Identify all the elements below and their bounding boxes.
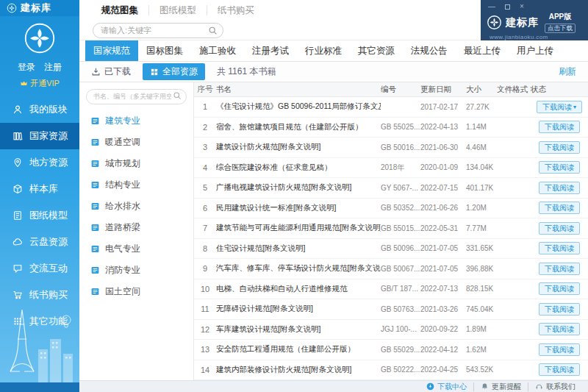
- category-icon: [90, 244, 100, 254]
- top-tab[interactable]: 规范图集: [91, 5, 148, 15]
- update-date: 2022-05-31: [420, 224, 466, 232]
- category-item[interactable]: 国土空间: [79, 281, 193, 302]
- table-row[interactable]: 3 建筑设计防火规范[附条文说明] GB 50016... 2021-06-30…: [194, 138, 588, 158]
- maximize-button[interactable]: [505, 4, 510, 10]
- register-link[interactable]: 注册: [44, 61, 62, 74]
- table-row[interactable]: 11 无障碍设计规范[附条文说明] GB 50763... 2021-03-26…: [194, 299, 588, 320]
- download-read-button[interactable]: 下载阅读: [539, 161, 580, 174]
- resource-tab[interactable]: 国标图集: [138, 40, 191, 61]
- vip-button[interactable]: 开通VIP: [0, 78, 79, 89]
- column-header-format: 文件格式: [497, 85, 531, 95]
- sidebar-item[interactable]: 地方资源: [0, 149, 79, 176]
- search-input[interactable]: [93, 23, 223, 38]
- top-tab[interactable]: 图纸模型: [148, 5, 207, 15]
- resource-tab[interactable]: 行业标准: [297, 40, 350, 61]
- file-size: 1.62M: [466, 346, 497, 354]
- table-row[interactable]: 6 民用建筑设计统一标准[附条文说明] GB 50352... 2021-06-…: [194, 199, 588, 219]
- category-item[interactable]: 城市规划: [79, 153, 193, 174]
- book-code: GB 50222...: [381, 366, 420, 374]
- resource-tab[interactable]: 施工验收: [191, 40, 244, 61]
- category-icon: [90, 287, 100, 296]
- download-read-button[interactable]: 下载阅读: [539, 242, 580, 254]
- category-icon: [90, 138, 100, 147]
- sidebar-item[interactable]: 样本库: [0, 176, 79, 202]
- table-row[interactable]: 4 综合医院建设标准（征求意见稿） 2018年 2020-01-09 134.0…: [194, 158, 588, 179]
- category-item[interactable]: 道路桥梁: [79, 217, 193, 238]
- download-read-button[interactable]: 下载阅读: [539, 343, 580, 356]
- top-tab-bar: 规范图集 图纸模型 纸书购买: [91, 0, 265, 21]
- category-label: 城市规划: [105, 157, 140, 170]
- row-number: 4: [194, 163, 216, 172]
- category-item[interactable]: 建筑专业: [79, 110, 193, 132]
- table-row[interactable]: 13 安全防范工程通用规范（住建部公开版） GB 55029... 2022-0…: [194, 340, 588, 360]
- sidebar-item[interactable]: 云盘资源: [0, 229, 79, 255]
- file-size: 1.89M: [466, 325, 497, 333]
- footer-link[interactable]: 联系我们: [528, 382, 582, 391]
- download-read-button[interactable]: 下载阅读: [539, 263, 580, 275]
- resource-tab[interactable]: 其它资源: [350, 40, 403, 61]
- search-icon[interactable]: [208, 26, 218, 35]
- table-row[interactable]: 7 建筑节能与可再生能源利用通用规范[附条文说明] GB 55015... 20…: [194, 218, 588, 239]
- download-read-button[interactable]: 下载阅读: [539, 182, 580, 194]
- sidebar-item[interactable]: 交流互动: [0, 255, 79, 282]
- login-link[interactable]: 登录: [18, 61, 35, 74]
- download-read-button[interactable]: 下载阅读: [539, 303, 580, 316]
- category-icon: [90, 202, 100, 211]
- table-row[interactable]: 8 住宅设计规范[附条文说明] GB 50096... 2021-07-05 3…: [194, 239, 588, 260]
- sidebar-item[interactable]: 其它功能: [0, 308, 79, 335]
- category-item[interactable]: 给水排水: [79, 196, 193, 217]
- top-tab[interactable]: 纸书购买: [207, 5, 265, 15]
- download-read-button[interactable]: 下载阅读: [539, 202, 580, 214]
- download-read-button[interactable]: 下载阅读: [539, 141, 580, 154]
- update-date: 2022-04-13: [420, 123, 466, 131]
- category-label: 消防专业: [105, 264, 140, 277]
- download-read-button[interactable]: 下载阅读 ▾: [537, 101, 582, 113]
- row-number: 9: [194, 264, 216, 273]
- cloud-icon: [12, 237, 23, 247]
- resource-tab[interactable]: 最近上传: [456, 40, 509, 61]
- download-read-button[interactable]: 下载阅读: [539, 222, 580, 235]
- emblem-icon: [24, 22, 56, 54]
- book-code: GB 50763...: [381, 305, 420, 313]
- all-resources-button[interactable]: 全部资源: [143, 63, 205, 80]
- sidebar-item[interactable]: 图纸模型: [0, 202, 79, 229]
- sidebar-item[interactable]: 国家资源: [0, 123, 79, 149]
- download-read-button[interactable]: 下载阅读: [539, 282, 580, 295]
- refresh-button[interactable]: 刷新: [559, 65, 576, 78]
- headset-icon: [535, 382, 543, 391]
- column-header-status: 状态: [531, 85, 588, 95]
- sidebar: 建标库 登录 注册 开通VIP 我的版块 国家资源: [0, 0, 79, 392]
- table-row[interactable]: 12 车库建筑设计规范[附条文说明] JGJ 100-... 2020-09-2…: [194, 320, 588, 341]
- search-sm-icon[interactable]: [173, 91, 182, 100]
- resource-tab[interactable]: 用户上传: [509, 40, 562, 61]
- footer-link[interactable]: 更新提醒: [473, 382, 528, 391]
- download-app-link[interactable]: 点击下载: [545, 24, 576, 33]
- resource-tab[interactable]: 注册考试: [244, 40, 297, 61]
- resource-tab[interactable]: 法规公告: [403, 40, 456, 61]
- table-row[interactable]: 2 宿舍、旅馆建筑项目规范（住建部公开版） GB 55025... 2022-0…: [194, 118, 588, 138]
- minimize-button[interactable]: —: [488, 3, 495, 10]
- table-row[interactable]: 1 《住宅设计规范》GB 50096-2011局部修订条文及说... 2017-…: [194, 97, 588, 118]
- category-item[interactable]: 电气专业: [79, 238, 193, 260]
- table-row[interactable]: 9 汽车库、修车库、停车场设计防火规范[附条文说明] GB 50067... 2…: [194, 259, 588, 279]
- downloaded-button[interactable]: 已下载: [91, 65, 131, 78]
- category-item[interactable]: 暖通空调: [79, 132, 193, 153]
- table-row[interactable]: 14 建筑内部装修设计防火规范[附条文说明] GB 50222... 2022-…: [194, 360, 588, 381]
- filter-input[interactable]: [86, 89, 187, 104]
- category-item[interactable]: 消防专业: [79, 260, 193, 281]
- category-item[interactable]: 结构专业: [79, 174, 193, 196]
- download-read-button[interactable]: 下载阅读: [539, 121, 580, 133]
- app-download-promo[interactable]: 建标库 APP版 点击下载: [481, 11, 588, 33]
- download-read-button[interactable]: 下载阅读: [539, 323, 580, 335]
- table-row[interactable]: 10 电梯、自动扶梯和自动人行道维修规范 GB/T 187... 2022-07…: [194, 279, 588, 300]
- sidebar-item[interactable]: 纸书购买: [0, 282, 79, 308]
- category-icon: [90, 180, 100, 190]
- table-row[interactable]: 5 广播电视建筑设计防火规范[附条文说明] GY 5067-... 2022-0…: [194, 178, 588, 199]
- footer-link[interactable]: 下载中心: [420, 382, 473, 391]
- download-read-button[interactable]: 下载阅读: [539, 363, 580, 376]
- book-table: 序号 书名 编号 更新日期 大小 文件格式 状态 1 《住宅设计规范》GB 50…: [194, 82, 588, 380]
- close-button[interactable]: ×: [520, 3, 524, 10]
- resource-tab[interactable]: 国家规范: [85, 40, 138, 61]
- sidebar-item[interactable]: 我的版块: [0, 96, 79, 123]
- chat-icon: [12, 263, 23, 274]
